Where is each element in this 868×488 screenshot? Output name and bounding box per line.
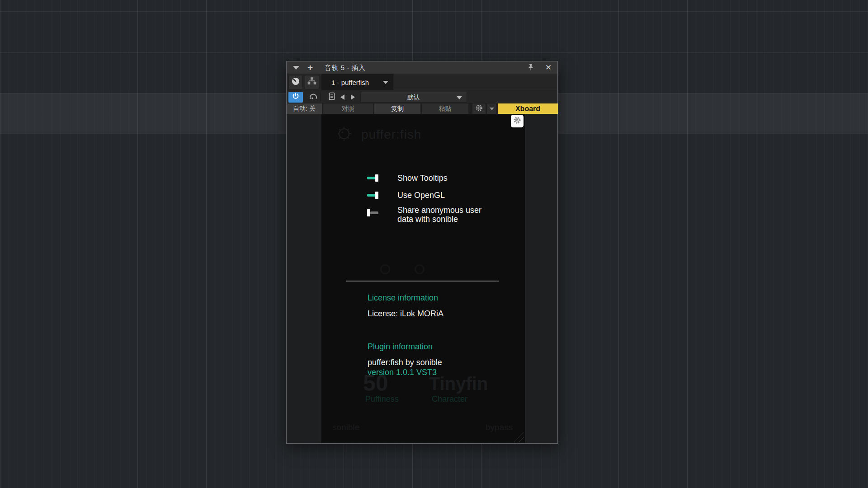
bypass-text: bypass xyxy=(486,422,513,432)
xboard-button[interactable]: Xboard xyxy=(498,103,558,114)
paste-button[interactable]: 粘贴 xyxy=(422,103,468,114)
gear-outline-icon xyxy=(513,116,522,127)
prev-preset-icon[interactable] xyxy=(340,94,344,100)
preset-dropdown-icon[interactable] xyxy=(457,96,462,99)
bypass-all-button[interactable] xyxy=(288,75,303,89)
arc-dot-icon xyxy=(309,93,318,102)
toggle-track xyxy=(370,211,378,214)
settings-divider xyxy=(346,281,499,282)
plugin-info-heading: Plugin information xyxy=(368,342,433,352)
resize-handle[interactable] xyxy=(514,432,524,442)
automation-mode-button[interactable]: 自动: 关 xyxy=(287,103,322,114)
toggle-use-opengl[interactable] xyxy=(367,192,379,199)
plugin-version: version 1.0.1 VST3 xyxy=(368,368,437,377)
preset-options-dropdown[interactable] xyxy=(487,103,496,114)
action-row: 自动: 关 对照 复制 粘贴 Xboard xyxy=(287,103,557,114)
toggle-share-data[interactable] xyxy=(367,209,379,216)
pufferfish-logo-text: puffer:fish xyxy=(361,127,421,142)
ghost-knob-left xyxy=(380,264,390,274)
toggle-label-use-opengl: Use OpenGL xyxy=(397,191,492,200)
toggle-knob xyxy=(375,174,378,182)
preset-selector-label: 默认 xyxy=(361,94,467,102)
node-tree-icon xyxy=(307,77,317,88)
plugin-window: + 音轨 5 · 插入 ✕ xyxy=(286,61,558,444)
toggle-show-tooltips[interactable] xyxy=(367,174,379,182)
pin-icon[interactable] xyxy=(527,63,534,74)
preset-selector[interactable]: 默认 xyxy=(360,92,467,103)
window-title: 音轨 5 · 插入 xyxy=(325,64,365,72)
window-menu-icon[interactable] xyxy=(293,66,299,70)
channel-dropdown-icon[interactable] xyxy=(383,81,388,84)
ghost-label-puffiness: Puffiness xyxy=(365,394,399,404)
window-body: puffer:fish 50 Tinyfin Puffiness Charact… xyxy=(287,114,557,443)
plugin-byline: puffer:fish by sonible xyxy=(368,358,442,367)
license-heading: License information xyxy=(368,293,438,303)
channel-row: 1 - pufferfish xyxy=(287,74,557,90)
chevron-down-icon xyxy=(490,108,494,110)
license-value: License: iLok MORiA xyxy=(368,309,443,319)
toggle-knob xyxy=(375,192,378,199)
close-icon[interactable]: ✕ xyxy=(545,63,552,72)
document-lines-icon xyxy=(328,92,335,102)
pufferfish-logo: puffer:fish xyxy=(334,125,421,144)
circle-slash-icon xyxy=(291,77,300,88)
ghost-value-character: Tinyfin xyxy=(429,374,488,394)
toggle-label-share-data: Share anonymous user data with sonible xyxy=(397,206,492,224)
automation-knob-button[interactable] xyxy=(306,92,321,103)
preset-row: 默认 xyxy=(287,91,557,103)
add-insert-icon[interactable]: + xyxy=(307,62,313,73)
plugin-power-button[interactable] xyxy=(288,92,303,103)
toggle-knob xyxy=(367,209,370,216)
pufferfish-fish-icon xyxy=(334,125,354,144)
window-titlebar[interactable]: + 音轨 5 · 插入 ✕ xyxy=(287,61,557,74)
copy-button[interactable]: 复制 xyxy=(374,103,420,114)
gear-icon xyxy=(475,104,483,113)
plugin-ui: puffer:fish 50 Tinyfin Puffiness Charact… xyxy=(321,114,525,443)
preset-settings-button[interactable] xyxy=(472,103,486,114)
daw-arrange-background: + 音轨 5 · 插入 ✕ xyxy=(0,0,868,488)
channel-selector-label: 1 - pufferfish xyxy=(331,79,369,86)
compare-button[interactable]: 对照 xyxy=(323,103,373,114)
routing-button[interactable] xyxy=(305,75,319,89)
next-preset-icon[interactable] xyxy=(351,94,355,100)
preset-list-button[interactable] xyxy=(326,92,337,103)
ghost-knob-right xyxy=(415,264,425,274)
sonible-brand-text: sonible xyxy=(332,422,359,432)
power-icon xyxy=(292,92,300,102)
toggle-label-show-tooltips: Show Tooltips xyxy=(397,174,492,183)
ghost-label-character: Character xyxy=(432,394,467,404)
plugin-settings-button[interactable] xyxy=(511,115,524,127)
